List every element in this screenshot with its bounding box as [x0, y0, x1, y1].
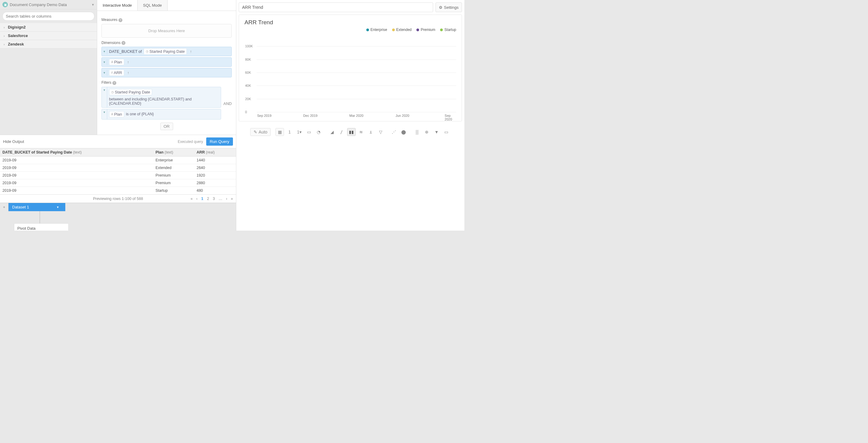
help-icon[interactable]: ?	[119, 18, 122, 22]
dimension-pill[interactable]: ▼APlan↑	[101, 57, 232, 67]
page-last[interactable]: »	[231, 197, 233, 201]
filter-pill[interactable]: ▼APlan is one of {PLAN}	[101, 109, 221, 120]
y-tick-label: 80K	[245, 58, 251, 61]
chart-settings-button[interactable]: ⚙ Settings	[436, 2, 462, 12]
x-tick-label: Sep 2019	[257, 114, 272, 117]
y-tick-label: 60K	[245, 71, 251, 74]
sort-asc-icon[interactable]: ↑	[127, 71, 129, 75]
gear-icon: ⚙	[439, 5, 442, 10]
scatter-chart-icon[interactable]: ⋰	[390, 128, 398, 136]
sort-asc-icon[interactable]: ↑	[190, 49, 192, 54]
tab-sql-mode[interactable]: SQL Mode	[137, 0, 168, 11]
add-dataset-button[interactable]: +	[0, 203, 8, 211]
query-status: Executed query	[178, 140, 203, 144]
schema-table[interactable]: ›Digisign2	[0, 23, 97, 32]
chart-x-axis: Sep 2019Dec 2019Mar 2020Jun 2020Sep 2020	[257, 114, 456, 118]
map-chart-icon[interactable]: ⊕	[423, 128, 431, 136]
table-row[interactable]: 2019-09Premium1920	[0, 172, 236, 179]
table-row[interactable]: 2019-09Startup480	[0, 187, 236, 195]
page-1[interactable]: 1	[202, 197, 204, 201]
pill-menu-icon[interactable]: ▼	[102, 59, 107, 65]
filter-pill[interactable]: ▼◷Started Paying Date between and includ…	[101, 87, 221, 108]
run-query-button[interactable]: Run Query	[206, 137, 233, 146]
help-icon[interactable]: ?	[112, 81, 116, 85]
combo-chart-icon[interactable]: ⫫	[367, 128, 375, 136]
chevron-right-icon: ›	[4, 26, 7, 29]
pill-menu-icon[interactable]: ▼	[102, 70, 107, 76]
stacked-area-icon[interactable]: ≋	[357, 128, 365, 136]
legend-extended[interactable]: Extended	[392, 28, 412, 32]
page-prev[interactable]: ‹	[196, 197, 197, 201]
page-next[interactable]: ›	[226, 197, 227, 201]
legend-enterprise[interactable]: Enterprise	[366, 28, 387, 32]
schema-search-input[interactable]	[2, 12, 94, 21]
filter-viz-icon[interactable]: ▼	[432, 128, 441, 136]
table-chart-icon[interactable]: ▦	[276, 128, 284, 136]
kpi-icon[interactable]: 1▾	[295, 128, 303, 136]
measures-label: Measures	[101, 18, 118, 22]
results-table: DATE_BUCKET of Started Paying Date (text…	[0, 148, 236, 195]
schema-table[interactable]: ›Salesforce	[0, 32, 97, 40]
y-tick-label: 40K	[245, 84, 251, 88]
funnel-icon[interactable]: ▽	[376, 128, 385, 136]
bar-chart-icon[interactable]: ▮▮	[347, 128, 355, 136]
dimension-pill[interactable]: ▼#ARR↑	[101, 68, 232, 77]
measures-dropzone[interactable]: Drop Measures Here	[101, 24, 232, 38]
datasource-logo-icon: ▣	[2, 2, 8, 7]
filter-conjunction: AND	[221, 101, 232, 106]
x-tick-label: Dec 2019	[303, 114, 317, 117]
y-tick-label: 20K	[245, 97, 251, 101]
settings-label: Settings	[444, 5, 459, 10]
preview-count: Previewing rows 1-100 of 588	[93, 197, 143, 201]
heatmap-icon[interactable]: ▒	[413, 128, 421, 136]
x-tick-label: Mar 2020	[349, 114, 363, 117]
hide-output-toggle[interactable]: Hide Output	[3, 139, 24, 144]
pipeline-node-title: Pivot Data	[17, 226, 65, 231]
datasource-panel: ▣ Document Company Demo Data ▼ ›Digisign…	[0, 0, 97, 135]
add-or-filter-button[interactable]: OR	[160, 123, 173, 130]
y-tick-label: 0	[245, 110, 247, 114]
pill-menu-icon[interactable]: ▼	[102, 87, 107, 107]
x-tick-label: Sep 2020	[445, 114, 452, 121]
column-header[interactable]: DATE_BUCKET of Started Paying Date (text…	[0, 148, 153, 157]
dataset-tab[interactable]: Dataset 1 ▼	[8, 203, 65, 211]
filters-label: Filters	[101, 80, 112, 84]
column-header[interactable]: Plan (text)	[153, 148, 194, 157]
table-row[interactable]: 2019-09Extended2640	[0, 164, 236, 172]
pie-chart-icon[interactable]: ◔	[314, 128, 323, 136]
line-chart-icon[interactable]: 〳	[337, 128, 346, 136]
pipeline-node-pivot[interactable]: Pivot Data columns sorted ASC	[14, 223, 69, 231]
page-ellipsis: …	[218, 197, 222, 201]
column-header[interactable]: ARR (real)	[194, 148, 236, 157]
area-chart-icon[interactable]: ◢	[328, 128, 336, 136]
schema-table[interactable]: ›Zendesk	[0, 40, 97, 48]
legend-startup[interactable]: Startup	[440, 28, 456, 32]
page-first[interactable]: «	[190, 197, 192, 201]
datasource-selector[interactable]: ▣ Document Company Demo Data ▼	[0, 0, 97, 9]
chevron-down-icon[interactable]: ▼	[57, 206, 59, 209]
tab-interactive-mode[interactable]: Interactive Mode	[97, 0, 137, 11]
wand-icon: ✎	[254, 130, 257, 134]
help-icon[interactable]: ?	[122, 41, 125, 45]
pipeline-connector	[39, 211, 40, 223]
y-tick-label: 100K	[245, 44, 253, 48]
chart-plot-area[interactable]: 020K40K60K80K100K	[257, 33, 456, 112]
auto-chart-button[interactable]: ✎Auto	[250, 128, 271, 136]
dataset-tab-label: Dataset 1	[12, 205, 29, 209]
gauge-icon[interactable]: ▭	[305, 128, 313, 136]
pill-menu-icon[interactable]: ▼	[102, 48, 107, 55]
table-row[interactable]: 2019-09Enterprise1440	[0, 157, 236, 164]
table-row[interactable]: 2019-09Premium2880	[0, 179, 236, 187]
legend-premium[interactable]: Premium	[416, 28, 435, 32]
pill-menu-icon[interactable]: ▼	[102, 109, 107, 119]
page-2[interactable]: 2	[207, 197, 209, 201]
image-viz-icon[interactable]: ▭	[442, 128, 451, 136]
dimension-pill[interactable]: ▼DATE_BUCKET of◷Started Paying Date↑	[101, 47, 232, 56]
chart-title-input[interactable]	[239, 2, 433, 12]
page-3[interactable]: 3	[213, 197, 215, 201]
single-value-icon[interactable]: 1	[285, 128, 294, 136]
chevron-right-icon: ›	[4, 34, 7, 38]
pipeline-canvas[interactable]: Pivot Data columns sorted ASC +	[0, 211, 236, 231]
bubble-chart-icon[interactable]: ⬤	[399, 128, 408, 136]
sort-asc-icon[interactable]: ↑	[127, 60, 129, 64]
